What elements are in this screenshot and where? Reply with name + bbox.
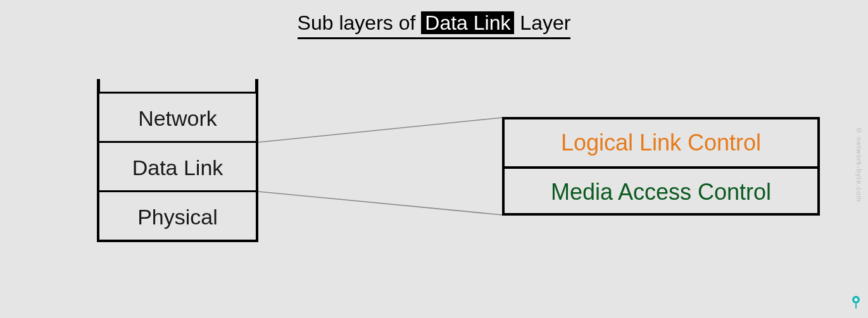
stack-open-tick-left [97,79,100,93]
data-link-sublayers: Logical Link Control Media Access Contro… [502,117,820,216]
stack-open-tick-right [255,79,258,93]
title-highlight: Data Link [421,11,514,34]
sublayer-mac: Media Access Control [505,166,817,213]
watermark-pin-icon [850,295,862,309]
svg-point-3 [855,298,858,302]
layer-data-link: Data Link [99,141,256,190]
layer-network: Network [99,92,256,141]
diagram-title: Sub layers of Data Link Layer [0,11,868,39]
expansion-connector-bottom [258,191,503,219]
title-prefix: Sub layers of [298,11,422,34]
svg-line-1 [258,192,503,215]
expansion-connector-top [258,117,503,145]
watermark-text: © network-byte.com [855,126,863,202]
sublayer-llc: Logical Link Control [505,119,817,166]
layer-physical: Physical [99,190,256,240]
svg-line-0 [258,118,503,142]
osi-layer-stack: Network Data Link Physical [97,92,258,242]
title-suffix: Layer [514,11,570,34]
